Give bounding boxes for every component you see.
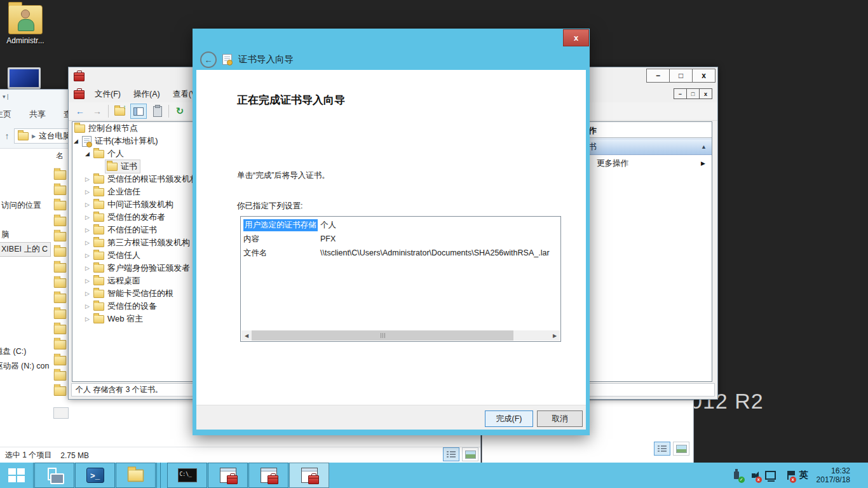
more-actions-label: 更多操作 [597, 158, 628, 169]
expander-collapsed-icon[interactable]: ▷ [85, 265, 93, 271]
taskbar-mmc-button-2[interactable] [248, 463, 288, 488]
thumbnail-view-button[interactable] [673, 442, 689, 456]
refresh-button[interactable]: ↻ [173, 105, 186, 118]
desktop-icon-administrator[interactable]: Administr... [1, 5, 50, 45]
child-close-button[interactable]: x [699, 88, 712, 99]
expander-collapsed-icon[interactable]: ▷ [85, 176, 93, 182]
settings-row-filename[interactable]: 文件名 \\tsclient\C\Users\Administrator\Doc… [241, 246, 560, 260]
ime-language-indicator[interactable]: 英 [799, 470, 808, 481]
scrollbar-thumb[interactable] [252, 330, 513, 341]
settings-list-box[interactable]: 用户选定的证书存储 个人 内容 PFX 文件名 \\tsclient\C\Use… [240, 216, 561, 342]
expander-expanded-icon[interactable]: ◢ [74, 138, 82, 144]
nav-item-network-drive-n[interactable]: 驱动器 (N:) con [0, 361, 49, 372]
breadcrumb-location[interactable]: 这台电脑 [39, 131, 71, 142]
view-mode-buttons [654, 442, 689, 456]
taskbar-powershell-button[interactable]: >_ [75, 463, 115, 488]
network-tray-icon[interactable] [765, 470, 776, 481]
taskbar-server-manager-button[interactable] [34, 463, 74, 488]
folder-icon[interactable] [54, 201, 67, 210]
folder-icon[interactable] [54, 170, 67, 180]
column-header-name[interactable]: 名 [56, 151, 64, 161]
action-center-tray-icon[interactable]: x [782, 470, 794, 481]
taskbar-clock[interactable]: 16:32 2017/8/18 [814, 466, 850, 484]
settings-row-store[interactable]: 用户选定的证书存储 个人 [241, 218, 560, 232]
paste-button[interactable] [151, 105, 164, 118]
expander-collapsed-icon[interactable]: ▷ [85, 252, 93, 259]
forward-button[interactable]: → [91, 105, 104, 118]
taskbar-mmc-button-1[interactable] [208, 463, 248, 488]
expander-collapsed-icon[interactable]: ▷ [85, 290, 93, 297]
folder-icon[interactable] [54, 232, 67, 241]
nav-item-recent-places[interactable]: 访问的位置 [1, 200, 41, 211]
nav-item-xibei-c[interactable]: XIBEI 上的 C [1, 244, 48, 255]
horizontal-scrollbar[interactable]: ◀ ▶ [241, 330, 560, 341]
folder-icon[interactable] [54, 217, 67, 226]
minimize-button[interactable]: − [646, 69, 670, 83]
details-view-button[interactable] [654, 442, 670, 456]
close-button[interactable]: x [563, 29, 589, 46]
tree-item-label: 证书(本地计算机) [95, 135, 158, 147]
menu-action[interactable]: 操作(A) [133, 89, 160, 100]
expander-collapsed-icon[interactable]: ▷ [85, 227, 93, 233]
tab-share[interactable]: 共享 [20, 109, 55, 120]
usb-device-tray-icon[interactable]: ✓ [731, 470, 742, 481]
folder-icon[interactable] [54, 278, 67, 288]
server-manager-icon [46, 468, 63, 483]
quick-access-toolbar[interactable]: ▾ | [3, 93, 8, 100]
nav-item-local-disk-c[interactable]: 磁盘 (C:) [0, 346, 26, 357]
settings-row-value: PFX [318, 234, 336, 243]
up-button[interactable]: ↑ [0, 131, 14, 141]
thumbnail-view-button[interactable] [462, 447, 478, 461]
expander-collapsed-icon[interactable]: ▷ [85, 278, 93, 284]
folder-icon[interactable] [54, 186, 67, 195]
cancel-button[interactable]: 取消 [537, 410, 583, 427]
folder-icon[interactable] [54, 386, 67, 396]
back-button[interactable]: ← [74, 105, 86, 118]
user-person-icon [18, 10, 33, 30]
wizard-back-button[interactable]: ← [200, 51, 217, 68]
close-button[interactable]: x [692, 69, 715, 83]
thumbnail-view-icon [676, 445, 687, 453]
actions-more-item[interactable]: 更多操作 ▶ [575, 156, 712, 170]
folder-icon[interactable] [54, 247, 67, 257]
child-minimize-button[interactable]: − [674, 88, 687, 99]
taskbar-command-prompt-button[interactable]: C:\_ [167, 463, 207, 488]
folder-icon[interactable] [54, 294, 67, 303]
details-view-button[interactable] [443, 447, 459, 461]
mmc-toolbox-icon [74, 72, 85, 81]
actions-group-header[interactable]: 证书 ▲ [575, 139, 712, 155]
finish-button[interactable]: 完成(F) [485, 410, 533, 427]
folder-icon[interactable] [54, 340, 67, 349]
expander-collapsed-icon[interactable]: ▷ [85, 240, 93, 246]
expander-collapsed-icon[interactable]: ▷ [85, 316, 93, 322]
folder-icon[interactable] [54, 356, 67, 365]
expander-expanded-icon[interactable]: ◢ [85, 151, 93, 157]
menu-file[interactable]: 文件(F) [95, 89, 121, 100]
folder-icon[interactable] [54, 325, 67, 334]
expander-collapsed-icon[interactable]: ▷ [85, 303, 93, 309]
folder-icon [93, 188, 104, 196]
start-button[interactable] [0, 463, 34, 488]
folder-icon[interactable] [54, 263, 67, 273]
child-restore-button[interactable]: □ [686, 88, 700, 99]
folder-icon[interactable] [54, 371, 67, 381]
mmc-caption-buttons: − □ x [647, 69, 715, 83]
settings-row-content[interactable]: 内容 PFX [241, 232, 560, 246]
folder-icon[interactable] [54, 309, 67, 319]
expander-collapsed-icon[interactable]: ▷ [85, 201, 93, 208]
tab-home[interactable]: 主页 [0, 109, 20, 120]
this-pc-icon[interactable] [8, 67, 41, 90]
up-one-level-button[interactable] [113, 105, 126, 118]
folder-icon [93, 290, 104, 298]
taskbar-mmc-button-active[interactable] [289, 463, 329, 488]
taskbar-file-explorer-button[interactable] [116, 463, 156, 488]
volume-muted-tray-icon[interactable]: x [748, 470, 759, 481]
show-console-tree-button[interactable] [130, 104, 147, 119]
maximize-button[interactable]: □ [669, 69, 693, 83]
scroll-left-arrow[interactable]: ◀ [241, 330, 252, 341]
expander-collapsed-icon[interactable]: ▷ [85, 214, 93, 220]
expander-collapsed-icon[interactable]: ▷ [85, 189, 93, 195]
scroll-right-arrow[interactable]: ▶ [550, 330, 560, 341]
collapse-caret-icon[interactable]: ▲ [701, 144, 707, 150]
nav-item-this-pc[interactable]: 脑 [1, 229, 10, 240]
